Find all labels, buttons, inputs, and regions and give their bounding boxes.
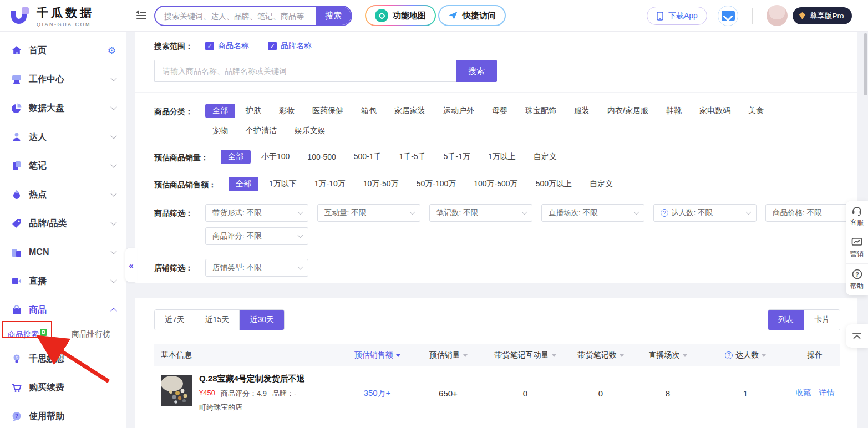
category-chip[interactable]: 内衣/家居服 [600, 104, 656, 118]
col-live-sessions-sort[interactable]: 直播场次 [634, 350, 701, 360]
sidebar-item-dashboard[interactable]: 数据大盘 [0, 94, 126, 123]
gmv-chip[interactable]: 全部 [229, 177, 258, 191]
download-app-button[interactable]: 下载App [647, 7, 707, 25]
customer-service-button[interactable]: 客服 [846, 201, 868, 232]
category-chip[interactable]: 彩妆 [272, 104, 302, 118]
category-chip[interactable]: 家居家装 [387, 104, 433, 118]
category-chip[interactable]: 娱乐文娱 [287, 124, 333, 138]
sidebar-item-notes[interactable]: 笔记 [0, 151, 126, 180]
category-chip[interactable]: 个护清洁 [238, 124, 284, 138]
detail-link[interactable]: 详情 [819, 388, 835, 398]
sales-volume-chip[interactable]: 小于100 [254, 150, 297, 164]
category-chip[interactable]: 服装 [567, 104, 597, 118]
dropdown-live-sessions[interactable]: 直播场次: 不限 [541, 204, 644, 222]
menu-collapse-icon[interactable] [135, 9, 148, 22]
category-chip[interactable]: 宠物 [205, 124, 235, 138]
sidebar-item-help[interactable]: ? 使用帮助 [0, 402, 126, 428]
submenu-item-product-ranking[interactable]: 商品排行榜 [72, 329, 110, 339]
sidebar-item-ideas[interactable]: $ 千思妙想 [0, 344, 126, 373]
dropdown-carry-mode[interactable]: 带货形式: 不限 [205, 204, 308, 222]
dropdown-influencer-count[interactable]: ?达人数: 不限 [653, 204, 757, 222]
product-basic-info: Q.28宝藏4号定制发货后不退 ¥450 商品评分：4.9 品牌：- 町绮珠宝的… [154, 374, 342, 412]
col-sales-sort[interactable]: 预估销量 [413, 350, 484, 360]
gmv-chip[interactable]: 500万以上 [529, 177, 579, 191]
category-chip[interactable]: 全部 [205, 104, 235, 118]
col-influencer-sort[interactable]: ?达人数 [701, 350, 790, 360]
gmv-chip[interactable]: 50万-100万 [409, 177, 464, 191]
checkbox-checked-icon[interactable]: ✓ [268, 42, 277, 50]
sidebar-item-mcn[interactable]: MCN [0, 238, 126, 267]
keyword-input[interactable] [154, 60, 456, 82]
scrollbar-thumb[interactable] [864, 33, 867, 95]
sidebar-item-purchase[interactable]: 购买续费 [0, 373, 126, 402]
messages-button[interactable] [718, 6, 738, 26]
category-chip[interactable]: 美食 [741, 104, 771, 118]
dropdown-engagement[interactable]: 互动量: 不限 [317, 204, 420, 222]
sidebar-item-hotspot[interactable]: 热点 [0, 180, 126, 209]
sidebar-item-brand[interactable]: 品牌/品类 [0, 209, 126, 238]
gmv-chip[interactable]: 100万-500万 [466, 177, 525, 191]
table-row[interactable]: Q.28宝藏4号定制发货后不退 ¥450 商品评分：4.9 品牌：- 町绮珠宝的… [154, 366, 840, 420]
quick-access-button[interactable]: 快捷访问 [438, 5, 506, 26]
scope-checkbox-brand-name[interactable]: ✓品牌名称 [268, 41, 312, 51]
product-thumbnail[interactable] [161, 375, 192, 406]
date-tab-7d[interactable]: 近7天 [155, 310, 195, 330]
category-chip[interactable]: 护肤 [238, 104, 268, 118]
category-chip[interactable]: 珠宝配饰 [518, 104, 564, 118]
dropdown-product-price[interactable]: 商品价格: 不限 [765, 204, 857, 222]
sales-volume-chip[interactable]: 1万以上 [481, 150, 523, 164]
sales-volume-chip[interactable]: 1千-5千 [392, 150, 433, 164]
sidebar-item-workcenter[interactable]: 工作中心 [0, 65, 126, 94]
category-chip[interactable]: 医药保健 [305, 104, 351, 118]
cell-sales: 650+ [413, 389, 484, 398]
chevron-down-icon [110, 104, 116, 110]
dropdown-note-count[interactable]: 笔记数: 不限 [429, 204, 532, 222]
marketing-button[interactable]: 营销 [846, 232, 868, 264]
app-logo[interactable]: 千瓜数据 QIAN-GUA.COM [7, 4, 94, 28]
sales-volume-chip[interactable]: 100-500 [300, 150, 343, 164]
global-search-button[interactable]: 搜索 [316, 7, 351, 25]
gmv-chip[interactable]: 10万-50万 [356, 177, 406, 191]
product-shop[interactable]: 町绮珠宝的店 [199, 402, 305, 412]
sidebar-item-influencer[interactable]: 达人 [0, 123, 126, 151]
checkbox-checked-icon[interactable]: ✓ [205, 42, 214, 50]
sales-volume-chip[interactable]: 全部 [221, 150, 251, 164]
col-note-count-sort[interactable]: 带货笔记数 [567, 350, 634, 360]
sidebar-item-home[interactable]: 首页 ⚙ [0, 36, 126, 65]
submenu-item-product-search[interactable]: 商品搜索B [8, 329, 47, 340]
sidebar-item-products[interactable]: 商品 [0, 295, 126, 324]
help-button[interactable]: ? 帮助 [846, 264, 868, 295]
category-chip[interactable]: 箱包 [354, 104, 384, 118]
back-to-top-button[interactable] [846, 324, 868, 348]
view-tab-card[interactable]: 卡片 [804, 310, 840, 330]
keyword-search-button[interactable]: 搜索 [456, 60, 497, 82]
col-note-engagement-sort[interactable]: 带货笔记互动量 [484, 350, 567, 360]
gmv-chip[interactable]: 1万以下 [262, 177, 304, 191]
sales-volume-chip[interactable]: 自定义 [526, 150, 564, 164]
scope-checkbox-product-name[interactable]: ✓商品名称 [205, 41, 249, 51]
global-search-input[interactable] [155, 7, 316, 25]
gear-icon[interactable]: ⚙ [108, 46, 116, 55]
dropdown-product-rating[interactable]: 商品评分: 不限 [205, 227, 308, 245]
date-tab-15d[interactable]: 近15天 [195, 310, 240, 330]
svg-text:$: $ [16, 356, 18, 360]
sidebar-item-live[interactable]: 直播 [0, 267, 126, 295]
user-avatar[interactable] [767, 5, 788, 26]
product-title[interactable]: Q.28宝藏4号定制发货后不退 [199, 374, 305, 384]
dropdown-shop-type[interactable]: 店铺类型: 不限 [205, 259, 308, 277]
category-chip[interactable]: 运动户外 [436, 104, 481, 118]
gmv-chip[interactable]: 1万-10万 [307, 177, 353, 191]
feature-map-button[interactable]: 功能地图 [365, 5, 436, 26]
col-gmv-sort[interactable]: 预估销售额 [342, 350, 413, 360]
sales-volume-chip[interactable]: 500-1千 [347, 150, 389, 164]
category-chip[interactable]: 家电数码 [692, 104, 738, 118]
sidebar-collapse-button[interactable]: « [125, 248, 137, 282]
category-chip[interactable]: 母婴 [485, 104, 515, 118]
view-tab-list[interactable]: 列表 [768, 310, 804, 330]
pro-membership-badge[interactable]: 尊享版Pro [793, 7, 852, 24]
favorite-link[interactable]: 收藏 [796, 388, 811, 398]
category-chip[interactable]: 鞋靴 [659, 104, 689, 118]
gmv-chip[interactable]: 自定义 [582, 177, 620, 191]
sales-volume-chip[interactable]: 5千-1万 [436, 150, 478, 164]
date-tab-30d[interactable]: 近30天 [240, 310, 284, 330]
